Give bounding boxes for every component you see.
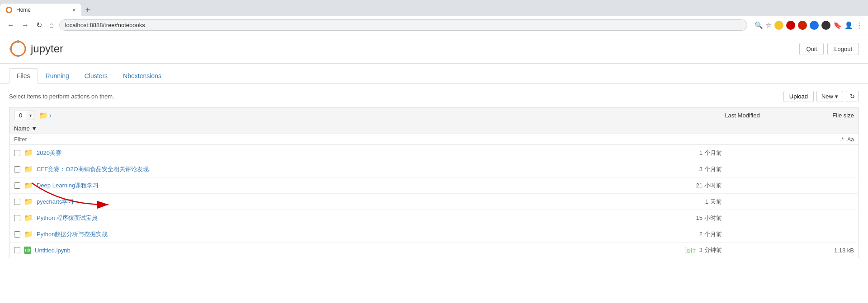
svg-point-3	[17, 55, 19, 57]
folder-icon: 📁	[24, 214, 33, 222]
file-name-cell-6: 📁Python数据分析与挖掘实战	[9, 226, 519, 242]
search-icon[interactable]: 🔍	[755, 21, 763, 29]
file-link-5[interactable]: Python 程序猿面试宝典	[37, 214, 98, 222]
folder-breadcrumb[interactable]: 📁 /	[39, 111, 51, 120]
file-link-4[interactable]: pyecharts学习	[37, 198, 74, 206]
th-size-sort	[764, 123, 859, 134]
extension-icon-3[interactable]	[798, 21, 807, 30]
files-rows: 📁2020美赛1 个月前📁CFF竞赛：O2O商铺食品安全相关评论发现3 个月前📁…	[9, 145, 859, 258]
jupyter-header: jupyter Quit Logout	[0, 34, 868, 64]
file-link-7[interactable]: Untitled.ipynb	[35, 247, 71, 254]
file-size-5	[726, 210, 859, 226]
file-size-1	[726, 145, 859, 161]
filter-cell	[9, 134, 576, 145]
tab-favicon	[5, 6, 13, 14]
tab-files[interactable]: Files	[9, 68, 38, 84]
folder-icon: 📁	[24, 165, 33, 173]
table-row: 📁Python 程序猿面试宝典15 小时前	[9, 210, 859, 226]
extension-icon-2[interactable]	[786, 21, 795, 30]
file-modified-2: 3 个月前	[519, 161, 726, 177]
table-row: 📁Deep Learning课程学习21 小时前	[9, 177, 859, 194]
select-count: 0	[14, 111, 27, 120]
filter-input[interactable]	[14, 136, 571, 143]
filter-case-button[interactable]: Aa	[847, 136, 854, 143]
folder-icon: 📁	[24, 181, 33, 190]
tab-running[interactable]: Running	[38, 68, 77, 84]
home-button[interactable]: ⌂	[47, 20, 56, 30]
file-checkbox-5[interactable]	[14, 215, 20, 221]
file-checkbox-3[interactable]	[14, 182, 20, 189]
filter-regex-button[interactable]: .*	[840, 136, 844, 143]
file-size-6	[726, 226, 859, 242]
th-modified: Last Modified	[576, 108, 764, 123]
file-table: 0 ▾ 📁 / Last Modified	[9, 107, 859, 145]
file-checkbox-2[interactable]	[14, 166, 20, 172]
file-size-2	[726, 161, 859, 177]
refresh-button[interactable]: ↻	[846, 91, 859, 102]
th-size: File size	[764, 108, 859, 123]
page-content: jupyter Quit Logout Files Running Cluste…	[0, 34, 868, 303]
folder-icon: 📁	[24, 230, 33, 238]
file-name-cell-3: 📁Deep Learning课程学习	[9, 177, 519, 194]
table-row: 📁pyecharts学习1 天前	[9, 194, 859, 210]
file-checkbox-7[interactable]	[14, 247, 20, 253]
filter-actions-cell: .* Aa	[576, 134, 859, 145]
new-button[interactable]: New ▾	[816, 91, 843, 102]
bookmark-icon[interactable]: 🔖	[833, 21, 842, 29]
running-badge-7: 运行	[685, 247, 697, 253]
file-checkbox-1[interactable]	[14, 150, 20, 156]
select-count-control[interactable]: 0 ▾	[14, 111, 34, 120]
file-link-6[interactable]: Python数据分析与挖掘实战	[37, 230, 108, 238]
header-buttons: Quit Logout	[799, 43, 859, 55]
extension-icon-4[interactable]	[810, 21, 819, 30]
file-modified-5: 15 小时前	[519, 210, 726, 226]
new-dropdown-icon: ▾	[835, 93, 838, 100]
file-link-2[interactable]: CFF竞赛：O2O商铺食品安全相关评论发现	[37, 165, 149, 173]
filter-row: .* Aa	[9, 134, 859, 145]
url-input[interactable]	[59, 19, 747, 31]
notebook-icon: nb	[24, 247, 31, 254]
tab-clusters[interactable]: Clusters	[77, 68, 115, 84]
select-dropdown-icon[interactable]: ▾	[27, 112, 34, 119]
folder-icon: 📁	[24, 149, 33, 157]
logout-button[interactable]: Logout	[827, 43, 859, 55]
bookmark-star-icon[interactable]: ☆	[766, 21, 772, 29]
th-name: 0 ▾ 📁 /	[9, 108, 576, 123]
file-link-3[interactable]: Deep Learning课程学习	[37, 182, 99, 190]
browser-tab[interactable]: Home ×	[0, 4, 81, 16]
file-link-1[interactable]: 2020美赛	[37, 149, 61, 157]
table-row: 📁Python数据分析与挖掘实战2 个月前	[9, 226, 859, 242]
file-name-cell-7: nbUntitled.ipynb	[9, 242, 519, 258]
extension-icon-5[interactable]	[821, 21, 830, 30]
files-list-table: 📁2020美赛1 个月前📁CFF竞赛：O2O商铺食品安全相关评论发现3 个月前📁…	[9, 145, 859, 258]
file-checkbox-6[interactable]	[14, 231, 20, 238]
th-modified-sort	[576, 123, 764, 134]
new-tab-button[interactable]: +	[81, 4, 94, 16]
file-browser-header: Select items to perform actions on them.…	[9, 91, 859, 102]
table-row: 📁2020美赛1 个月前	[9, 145, 859, 161]
file-modified-3: 21 小时前	[519, 177, 726, 194]
back-button[interactable]: ←	[5, 20, 16, 30]
quit-button[interactable]: Quit	[799, 43, 824, 55]
tab-nbextensions[interactable]: Nbextensions	[115, 68, 169, 84]
tab-title: Home	[16, 7, 69, 13]
file-checkbox-4[interactable]	[14, 199, 20, 205]
browser-toolbar: 🔍 ☆ 🔖 👤 ⋮	[755, 21, 863, 30]
extension-icon-1[interactable]	[774, 21, 783, 30]
name-sort-button[interactable]: Name ▼	[14, 125, 37, 132]
upload-button[interactable]: Upload	[783, 91, 814, 102]
breadcrumb-path: /	[50, 112, 52, 119]
jupyter-logo: jupyter	[9, 40, 63, 58]
file-browser: Select items to perform actions on them.…	[0, 84, 868, 266]
account-icon[interactable]: 👤	[844, 21, 853, 29]
folder-icon: 📁	[24, 197, 33, 206]
menu-icon[interactable]: ⋮	[856, 21, 863, 29]
forward-button[interactable]: →	[20, 20, 31, 30]
file-size-3	[726, 177, 859, 194]
th-name-sort: Name ▼	[9, 123, 576, 134]
file-name-cell-4: 📁pyecharts学习	[9, 194, 519, 210]
reload-button[interactable]: ↻	[34, 20, 44, 30]
svg-point-2	[17, 40, 19, 43]
table-row: nbUntitled.ipynb运行 3 分钟前1.13 kB	[9, 242, 859, 258]
tab-close-button[interactable]: ×	[72, 6, 76, 14]
